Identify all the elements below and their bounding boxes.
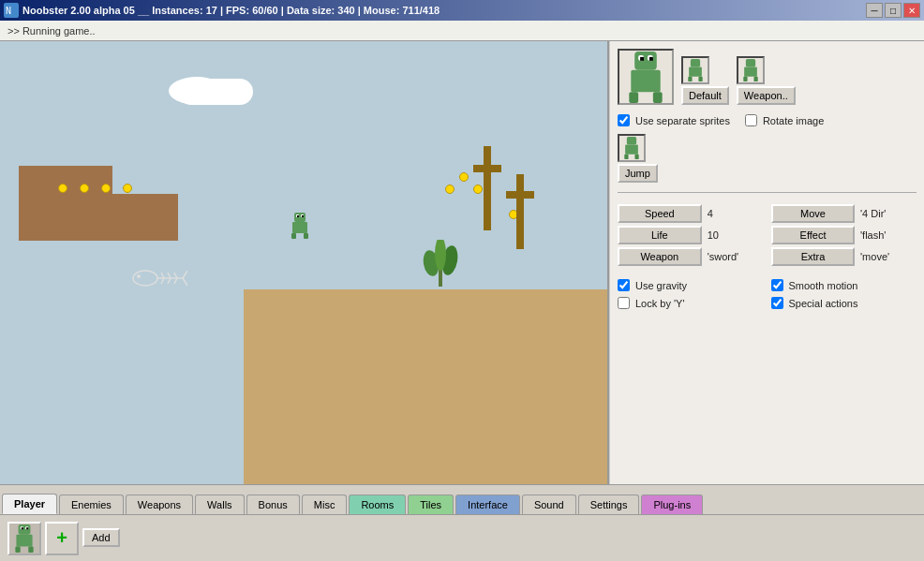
svg-line-7 — [168, 278, 171, 284]
sprite-preview-weapon: Weapon.. — [737, 56, 796, 105]
add-button-container: Add — [82, 528, 120, 549]
smooth-motion-checkbox[interactable] — [771, 279, 783, 291]
svg-rect-16 — [304, 233, 308, 239]
sprite-box-jump — [618, 134, 646, 162]
status-text: >> Running game.. — [7, 25, 96, 37]
svg-rect-35 — [640, 56, 644, 60]
jump-button[interactable]: Jump — [618, 164, 658, 183]
sprite-tool-button[interactable] — [7, 522, 41, 555]
add-button[interactable]: Add — [82, 528, 120, 547]
coin — [80, 184, 89, 193]
tabs-bar: Player Enemies Weapons Walls Bonus Misc … — [0, 484, 924, 514]
tab-enemies[interactable]: Enemies — [59, 495, 124, 514]
special-actions-checkbox[interactable] — [771, 297, 783, 309]
svg-rect-55 — [22, 527, 23, 529]
tab-interface[interactable]: Interface — [455, 495, 520, 514]
tab-misc[interactable]: Misc — [302, 495, 348, 514]
stats-grid: Speed 4 Move '4 Dir' Life 10 Effect 'fla… — [618, 204, 917, 266]
cross-structure-1 — [473, 146, 501, 233]
svg-rect-40 — [698, 77, 702, 81]
minimize-button[interactable]: ─ — [866, 3, 883, 18]
rotate-image-checkbox[interactable] — [745, 114, 757, 126]
life-button[interactable]: Life — [618, 226, 702, 244]
svg-rect-52 — [28, 546, 33, 552]
speed-button[interactable]: Speed — [618, 204, 702, 223]
title-bar: N Noobster 2.00 alpha 05 __ Instances: 1… — [0, 0, 924, 21]
extra-value: 'move' — [860, 251, 917, 262]
svg-rect-32 — [653, 92, 663, 103]
svg-line-4 — [161, 273, 164, 278]
add-icon-button[interactable]: + — [45, 522, 79, 555]
svg-line-6 — [168, 273, 171, 278]
svg-rect-38 — [689, 67, 702, 77]
use-gravity-checkbox[interactable] — [618, 279, 630, 291]
jump-sprite-row: Jump — [618, 134, 917, 183]
use-separate-sprites-checkbox[interactable] — [618, 114, 630, 126]
svg-rect-42 — [744, 67, 757, 77]
svg-rect-51 — [15, 546, 20, 552]
svg-rect-14 — [292, 222, 307, 233]
use-separate-sprites-label: Use separate sprites — [635, 115, 730, 126]
main-area: Default Weapon.. Use separate sprites — [0, 41, 924, 484]
svg-rect-15 — [291, 233, 296, 239]
effect-button[interactable]: Effect — [771, 226, 855, 244]
sprite-preview-large — [618, 49, 674, 105]
bottom-checkboxes: Use gravity Smooth motion Lock by 'Y' Sp… — [618, 277, 917, 311]
sprite-preview-default: Default — [681, 56, 729, 105]
svg-point-12 — [137, 274, 141, 278]
use-gravity-row: Use gravity — [618, 279, 764, 291]
svg-line-8 — [174, 273, 177, 278]
svg-point-2 — [133, 271, 157, 286]
svg-rect-48 — [634, 155, 638, 159]
move-button[interactable]: Move — [771, 204, 855, 223]
tab-rooms[interactable]: Rooms — [349, 495, 406, 514]
svg-line-9 — [174, 278, 177, 284]
move-value: '4 Dir' — [860, 208, 917, 219]
svg-rect-44 — [753, 77, 757, 81]
weapon-button[interactable]: Weapon.. — [737, 86, 796, 105]
tab-walls[interactable]: Walls — [195, 495, 244, 514]
svg-rect-41 — [746, 59, 755, 67]
svg-rect-39 — [688, 77, 692, 81]
close-button[interactable]: ✕ — [903, 3, 920, 18]
tab-bonus[interactable]: Bonus — [246, 495, 300, 514]
lock-by-y-row: Lock by 'Y' — [618, 297, 764, 309]
tab-player[interactable]: Player — [2, 494, 57, 514]
tab-settings[interactable]: Settings — [578, 495, 640, 514]
tab-tiles[interactable]: Tiles — [408, 495, 454, 514]
svg-rect-47 — [624, 155, 628, 159]
speed-value: 4 — [708, 208, 766, 219]
svg-rect-36 — [649, 56, 653, 60]
svg-rect-49 — [19, 524, 31, 535]
ground-right — [244, 289, 607, 484]
bottom-toolbar: + Add — [0, 514, 924, 561]
tab-weapons[interactable]: Weapons — [126, 495, 193, 514]
maximize-button[interactable]: □ — [885, 3, 902, 18]
coin — [123, 184, 132, 193]
special-actions-row: Special actions — [771, 297, 917, 309]
status-bar: >> Running game.. — [0, 21, 924, 41]
smooth-motion-row: Smooth motion — [771, 279, 917, 291]
weapon-stat-button[interactable]: Weapon — [618, 247, 702, 266]
platform-base — [19, 194, 178, 241]
app-icon: N — [4, 3, 19, 18]
life-value: 10 — [708, 229, 766, 241]
coin — [101, 184, 111, 193]
game-viewport — [0, 41, 609, 484]
svg-rect-43 — [743, 77, 747, 81]
lock-by-y-checkbox[interactable] — [618, 297, 630, 309]
default-button[interactable]: Default — [681, 86, 729, 105]
extra-button[interactable]: Extra — [771, 247, 855, 266]
window-title: Noobster 2.00 alpha 05 __ Instances: 17 … — [22, 5, 440, 16]
svg-rect-45 — [627, 137, 636, 145]
svg-rect-50 — [16, 534, 32, 546]
svg-rect-20 — [302, 215, 304, 217]
svg-rect-13 — [294, 213, 306, 222]
svg-rect-23 — [516, 174, 524, 249]
plant — [422, 240, 459, 289]
svg-rect-21 — [484, 146, 491, 230]
tab-sound[interactable]: Sound — [522, 495, 576, 514]
tab-plugins[interactable]: Plug-ins — [641, 495, 703, 514]
svg-text:N: N — [6, 6, 11, 16]
smooth-motion-label: Smooth motion — [789, 280, 858, 291]
